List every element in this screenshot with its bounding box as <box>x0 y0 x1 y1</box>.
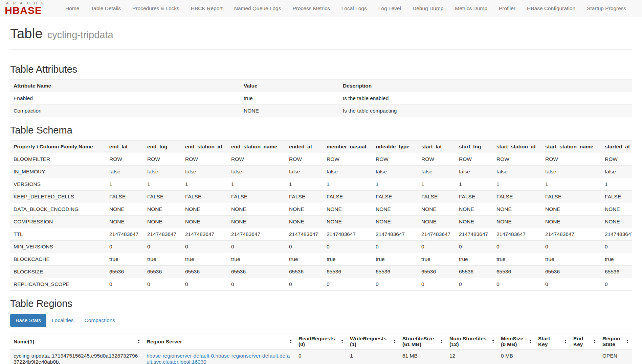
nav-link-process-metrics[interactable]: Process Metrics <box>287 0 335 17</box>
schema-value-cell: NONE <box>601 203 632 216</box>
schema-body: BLOOMFILTERROWROWROWROWROWROWROWROWROWRO… <box>10 153 632 291</box>
sort-icon[interactable] <box>626 340 628 343</box>
schema-value-cell: FALSE <box>286 191 323 203</box>
schema-value-cell: true <box>372 253 418 266</box>
schema-value-cell: 0 <box>228 241 286 253</box>
sort-icon[interactable] <box>394 340 396 343</box>
schema-value-cell: NONE <box>493 216 542 228</box>
nav-item-profiler: Profiler <box>493 0 521 17</box>
schema-property-cell: COMPRESSION <box>10 216 106 228</box>
schema-value-cell: 0 <box>323 241 372 253</box>
page-container: Table cycling-tripdata Table Attributes … <box>0 17 642 364</box>
regions-col-region-state[interactable]: RegionState <box>599 334 632 349</box>
sort-icon[interactable] <box>529 340 531 343</box>
regions-col-writerequests-1[interactable]: WriteRequests(1) <box>347 334 399 349</box>
tab-link-base-stats[interactable]: Base Stats <box>10 314 46 327</box>
tab-compactions: Compactions <box>79 314 120 327</box>
nav-link-local-logs[interactable]: Local Logs <box>336 0 373 17</box>
schema-value-cell: FALSE <box>228 191 286 203</box>
sort-icon[interactable] <box>341 340 343 343</box>
schema-col-start-lat: start_lat <box>418 141 456 153</box>
nav-item-hbck-report: HBCK Report <box>185 0 228 17</box>
schema-value-cell: NONE <box>493 203 542 216</box>
regions-col-memsize-0-mb[interactable]: MemSize(0 MB) <box>497 334 535 349</box>
nav-link-log-level[interactable]: Log Level <box>373 0 407 17</box>
schema-value-cell: NONE <box>228 216 286 228</box>
tab-link-compactions[interactable]: Compactions <box>79 314 120 327</box>
table-row: TTL2147483647214748364721474836472147483… <box>10 228 632 241</box>
nav-link-home[interactable]: Home <box>60 0 85 17</box>
sort-icon[interactable] <box>441 340 443 343</box>
tab-base-stats: Base Stats <box>10 314 46 327</box>
schema-value-cell: false <box>286 166 323 178</box>
hbase-logo[interactable]: APACHE HBASE <box>5 1 52 16</box>
schema-value-cell: 1 <box>323 178 372 191</box>
regions-col-readrequests-0[interactable]: ReadRequests(0) <box>295 334 347 349</box>
nav-link-metrics-dump[interactable]: Metrics Dump <box>449 0 493 17</box>
schema-value-cell: 0 <box>418 278 456 291</box>
nav-item-table-details: Table Details <box>85 0 127 17</box>
column-label: StorefileSize(61 MB) <box>402 336 434 347</box>
read-requests-cell: 0 <box>295 349 347 364</box>
schema-value-cell: 1 <box>286 178 323 191</box>
tab-link-localities[interactable]: Localities <box>46 314 79 327</box>
schema-value-cell: NONE <box>372 203 418 216</box>
schema-col-end-station-id: end_station_id <box>182 141 228 153</box>
regions-col-num-storefiles-12[interactable]: Num.Storefiles(12) <box>446 334 497 349</box>
sort-icon[interactable] <box>564 340 567 343</box>
nav-link-profiler[interactable]: Profiler <box>493 0 521 17</box>
schema-value-cell: NONE <box>601 216 632 228</box>
schema-value-cell: 0 <box>286 278 323 291</box>
nav-item-named-queue-logs: Named Queue Logs <box>228 0 287 17</box>
schema-value-cell: 0 <box>372 241 418 253</box>
schema-value-cell: ROW <box>372 153 418 166</box>
nav-link-hbase-configuration[interactable]: HBase Configuration <box>521 0 581 17</box>
schema-value-cell: 0 <box>323 278 372 291</box>
regions-col-start-key[interactable]: StartKey <box>535 334 570 349</box>
schema-value-cell: 1 <box>144 178 182 191</box>
schema-value-cell: 65536 <box>601 266 632 278</box>
nav-link-hbck-report[interactable]: HBCK Report <box>185 0 228 17</box>
schema-value-cell: NONE <box>542 216 601 228</box>
regions-col-end-key[interactable]: EndKey <box>570 334 599 349</box>
regions-col-region-server[interactable]: Region Server <box>143 334 295 349</box>
table-row: CompactionNONEIs the table compacting <box>10 105 632 117</box>
regions-heading: Table Regions <box>10 298 632 309</box>
nav-link-startup-progress[interactable]: Startup Progress <box>581 0 632 17</box>
nav-link-debug-dump[interactable]: Debug Dump <box>407 0 449 17</box>
regions-col-name-1[interactable]: Name(1) <box>10 334 143 349</box>
sort-icon[interactable] <box>594 340 596 343</box>
schema-value-cell: 0 <box>601 278 632 291</box>
schema-value-cell: false <box>418 166 456 178</box>
schema-value-cell: FALSE <box>601 191 632 203</box>
regions-col-storefilesize-61-mb[interactable]: StorefileSize(61 MB) <box>399 334 446 349</box>
nav-link-named-queue-logs[interactable]: Named Queue Logs <box>228 0 287 17</box>
schema-value-cell: false <box>228 166 286 178</box>
sort-icon[interactable] <box>492 340 494 343</box>
schema-value-cell: NONE <box>542 203 601 216</box>
schema-value-cell: 0 <box>144 241 182 253</box>
num-storefiles-cell: 12 <box>446 349 497 364</box>
nav-link-procedures-locks[interactable]: Procedures & Locks <box>127 0 185 17</box>
schema-col-start-station-name: start_station_name <box>542 141 601 153</box>
sort-icon[interactable] <box>138 340 140 343</box>
attribute-value-cell: true <box>240 92 339 105</box>
schema-value-cell: NONE <box>323 216 372 228</box>
region-server-link[interactable]: hbase-regionserver-default-0.hbase-regio… <box>147 353 290 364</box>
schema-col-end-lat: end_lat <box>106 141 144 153</box>
schema-value-cell: 1 <box>182 178 228 191</box>
schema-value-cell: 2147483647 <box>456 228 493 241</box>
schema-value-cell: 65536 <box>144 266 182 278</box>
schema-value-cell: 0 <box>456 278 493 291</box>
nav-item-debug-dump: Debug Dump <box>407 0 449 17</box>
sort-icon[interactable] <box>290 340 292 343</box>
table-row: COMPRESSIONNONENONENONENONENONENONENONEN… <box>10 216 632 228</box>
table-row: BLOOMFILTERROWROWROWROWROWROWROWROWROWRO… <box>10 153 632 166</box>
schema-value-cell: 2147483647 <box>418 228 456 241</box>
schema-value-cell: NONE <box>182 216 228 228</box>
attributes-col-description: Description <box>339 80 632 92</box>
schema-property-cell: BLOCKSIZE <box>10 266 106 278</box>
schema-value-cell: 65536 <box>493 266 542 278</box>
nav-link-table-details[interactable]: Table Details <box>85 0 127 17</box>
schema-value-cell: true <box>542 253 601 266</box>
